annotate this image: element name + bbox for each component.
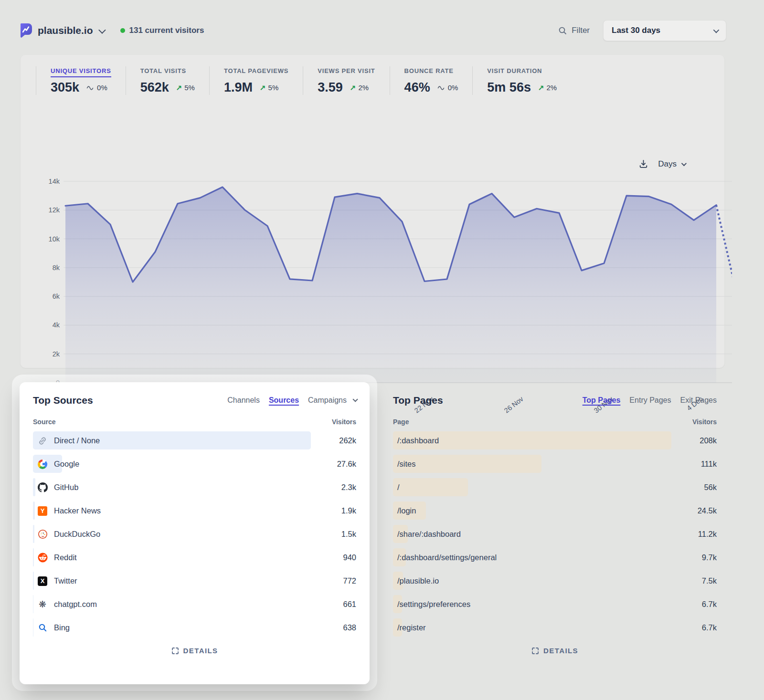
sources-tab[interactable]: Sources <box>269 396 299 405</box>
metric-change-value: 2% <box>547 84 557 92</box>
metric-change: ↗ 2% <box>350 84 369 92</box>
chevron-down-icon <box>713 27 720 33</box>
filter-button[interactable]: Filter <box>558 26 590 35</box>
sources-col-key: Source <box>33 418 55 426</box>
source-visitors: 661 <box>343 593 356 616</box>
current-visitors[interactable]: 131 current visitors <box>120 26 204 35</box>
source-row[interactable]: Direct / None 262k <box>33 429 356 452</box>
site-name[interactable]: plausible.io <box>38 25 93 36</box>
page-visitors: 7.5k <box>702 569 717 593</box>
metric-change-value: 5% <box>268 84 279 92</box>
metric-value: 3.59 <box>318 80 343 95</box>
page-label: / <box>397 483 400 492</box>
metric[interactable]: TOTAL PAGEVIEWS 1.9M ↗ 5% <box>209 66 303 95</box>
page-visitors: 9.7k <box>702 546 717 569</box>
sources-tab[interactable]: Channels <box>227 396 260 405</box>
chevron-down-icon[interactable] <box>352 397 358 402</box>
metric-change-value: 0% <box>97 84 107 92</box>
svg-text:10k: 10k <box>49 235 60 243</box>
site-switcher-chevron-icon[interactable] <box>98 26 106 34</box>
source-row[interactable]: X Twitter 772 <box>33 569 356 593</box>
trend-up-icon: ↗ <box>260 84 266 92</box>
page-row[interactable]: / 56k <box>393 476 717 499</box>
reddit-icon <box>37 553 48 563</box>
source-row[interactable]: GitHub 2.3k <box>33 476 356 499</box>
top-bar: plausible.io 131 current visitors Filter… <box>19 19 726 42</box>
svg-text:8k: 8k <box>53 264 60 272</box>
page-label: /sites <box>397 460 416 469</box>
page-row[interactable]: /sites 111k <box>393 452 717 476</box>
pages-tab[interactable]: Exit Pages <box>680 396 717 405</box>
metric-change: ↗ 5% <box>260 84 278 92</box>
interval-selector[interactable]: Days <box>658 159 685 169</box>
page-visitors: 6.7k <box>702 616 717 639</box>
page-visitors: 56k <box>704 476 717 499</box>
page-row[interactable]: /login 24.5k <box>393 499 717 522</box>
metric[interactable]: TOTAL VISITS 562k ↗ 5% <box>126 66 209 95</box>
source-visitors: 772 <box>343 569 356 593</box>
date-range-value: Last 30 days <box>612 26 660 35</box>
sources-tabs: ChannelsSourcesCampaigns <box>227 396 347 405</box>
source-label: Bing <box>54 623 70 632</box>
source-row[interactable]: Google 27.6k <box>33 452 356 476</box>
sources-tab[interactable]: Campaigns <box>308 396 347 405</box>
page-row[interactable]: /share/:dashboard 11.2k <box>393 522 717 546</box>
svg-text:4k: 4k <box>53 321 60 329</box>
metric-change: 0% <box>437 84 458 92</box>
metric-label: UNIQUE VISITORS <box>51 67 111 77</box>
metric-change: 0% <box>86 84 107 92</box>
trend-up-icon: ↗ <box>350 84 356 92</box>
download-export-icon[interactable] <box>638 159 648 169</box>
chevron-down-icon <box>681 160 687 166</box>
source-row[interactable]: Reddit 940 <box>33 546 356 569</box>
page-label: /settings/preferences <box>397 600 470 609</box>
source-row[interactable]: Bing 638 <box>33 616 356 639</box>
pages-tabs: Top PagesEntry PagesExit Pages <box>583 396 717 405</box>
hacker-news-icon: Y <box>37 506 48 516</box>
metric[interactable]: VISIT DURATION 5m 56s ↗ 2% <box>472 66 571 95</box>
metric-label: VIEWS PER VISIT <box>318 67 375 77</box>
date-range-picker[interactable]: Last 30 days <box>603 20 726 41</box>
bing-icon <box>37 623 48 633</box>
source-visitors: 638 <box>343 616 356 639</box>
sources-details-button[interactable]: DETAILS <box>33 647 356 655</box>
metric-change: ↗ 5% <box>176 84 195 92</box>
metric-value: 562k <box>140 80 169 95</box>
page-visitors: 111k <box>701 452 717 476</box>
pages-col-value: Visitors <box>692 418 717 426</box>
pages-tab[interactable]: Entry Pages <box>629 396 671 405</box>
source-visitors: 940 <box>343 546 356 569</box>
source-row[interactable]: DuckDuckGo 1.5k <box>33 522 356 546</box>
source-row[interactable]: ❋ chatgpt.com 661 <box>33 593 356 616</box>
page-row[interactable]: /plausible.io 7.5k <box>393 569 717 593</box>
source-visitors: 262k <box>339 429 356 452</box>
source-label: DuckDuckGo <box>54 530 100 539</box>
page-row[interactable]: /settings/preferences 6.7k <box>393 593 717 616</box>
page-bar <box>393 478 468 496</box>
metric-change-value: 2% <box>358 84 369 92</box>
metric[interactable]: VIEWS PER VISIT 3.59 ↗ 2% <box>303 66 389 95</box>
source-row[interactable]: Y Hacker News 1.9k <box>33 499 356 522</box>
metric[interactable]: BOUNCE RATE 46% 0% <box>390 66 473 95</box>
top-pages-panel: Top Pages Top PagesEntry PagesExit Pages… <box>385 382 722 684</box>
sources-title: Top Sources <box>33 395 93 406</box>
page-row[interactable]: /register 6.7k <box>393 616 717 639</box>
trend-up-icon: ↗ <box>538 84 544 92</box>
pages-details-button[interactable]: DETAILS <box>393 647 717 655</box>
metric[interactable]: UNIQUE VISITORS 305k 0% <box>36 66 126 95</box>
source-label: Twitter <box>54 576 77 585</box>
page-row[interactable]: /:dashboard 208k <box>393 429 717 452</box>
source-label: Hacker News <box>54 506 101 515</box>
link-icon <box>37 436 48 446</box>
plausible-logo-icon <box>19 23 32 38</box>
metric-label: BOUNCE RATE <box>404 67 454 77</box>
sources-col-value: Visitors <box>332 418 356 426</box>
area-fill <box>65 187 716 383</box>
source-label: Reddit <box>54 553 77 562</box>
pages-col-key: Page <box>393 418 409 426</box>
twitter-icon: X <box>37 576 48 586</box>
page-row[interactable]: /:dashboard/settings/general 9.7k <box>393 546 717 569</box>
github-icon <box>37 482 48 493</box>
source-label: chatgpt.com <box>54 600 97 609</box>
pages-tab[interactable]: Top Pages <box>583 396 621 405</box>
